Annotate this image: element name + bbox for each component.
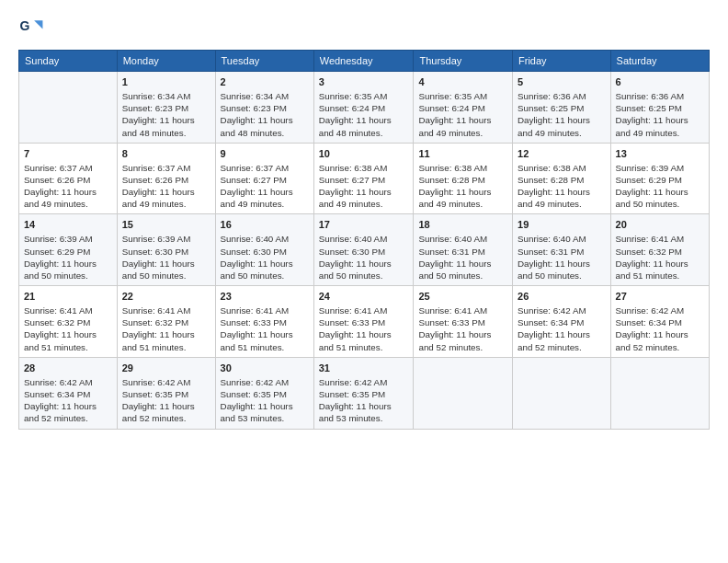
day-detail: Sunset: 6:30 PM xyxy=(221,246,309,258)
day-detail: Sunset: 6:33 PM xyxy=(221,316,309,328)
calendar-cell: 26Sunrise: 6:42 AMSunset: 6:34 PMDayligh… xyxy=(513,286,611,358)
day-number: 22 xyxy=(122,290,210,304)
svg-marker-1 xyxy=(34,20,42,29)
day-detail: Sunset: 6:32 PM xyxy=(122,316,210,328)
daylight-detail: Daylight: 11 hours and 50 minutes. xyxy=(319,258,409,282)
calendar-cell: 24Sunrise: 6:41 AMSunset: 6:33 PMDayligh… xyxy=(313,286,414,358)
calendar-cell: 15Sunrise: 6:39 AMSunset: 6:30 PMDayligh… xyxy=(117,214,215,286)
calendar-cell: 18Sunrise: 6:40 AMSunset: 6:31 PMDayligh… xyxy=(414,214,513,286)
day-number: 17 xyxy=(319,218,409,232)
day-detail: Sunrise: 6:37 AM xyxy=(221,162,309,174)
day-detail: Sunrise: 6:42 AM xyxy=(518,304,606,316)
day-detail: Sunset: 6:33 PM xyxy=(319,316,409,328)
daylight-detail: Daylight: 11 hours and 49 minutes. xyxy=(418,186,507,210)
calendar-cell: 7Sunrise: 6:37 AMSunset: 6:26 PMDaylight… xyxy=(19,143,118,214)
weekday-header: Sunday xyxy=(19,51,118,72)
day-detail: Sunset: 6:31 PM xyxy=(518,246,606,258)
daylight-detail: Daylight: 11 hours and 50 minutes. xyxy=(518,258,606,282)
calendar-header-row: SundayMondayTuesdayWednesdayThursdayFrid… xyxy=(19,51,710,72)
day-detail: Sunset: 6:34 PM xyxy=(616,316,704,328)
day-detail: Sunset: 6:30 PM xyxy=(319,246,409,258)
day-detail: Sunset: 6:35 PM xyxy=(319,388,409,400)
calendar-cell: 14Sunrise: 6:39 AMSunset: 6:29 PMDayligh… xyxy=(19,214,118,286)
day-detail: Sunrise: 6:39 AM xyxy=(24,233,112,245)
daylight-detail: Daylight: 11 hours and 50 minutes. xyxy=(122,258,210,282)
day-detail: Sunset: 6:32 PM xyxy=(616,246,704,258)
day-detail: Sunrise: 6:41 AM xyxy=(319,304,409,316)
day-detail: Sunrise: 6:39 AM xyxy=(616,162,704,174)
header: G xyxy=(18,15,710,40)
day-number: 8 xyxy=(122,147,210,161)
day-detail: Sunrise: 6:34 AM xyxy=(122,90,210,102)
day-detail: Sunrise: 6:40 AM xyxy=(418,233,507,245)
calendar-cell: 1Sunrise: 6:34 AMSunset: 6:23 PMDaylight… xyxy=(117,72,215,144)
day-detail: Sunrise: 6:41 AM xyxy=(418,304,507,316)
calendar-cell: 5Sunrise: 6:36 AMSunset: 6:25 PMDaylight… xyxy=(513,72,611,144)
daylight-detail: Daylight: 11 hours and 52 minutes. xyxy=(24,400,112,424)
day-detail: Sunset: 6:24 PM xyxy=(319,102,409,114)
day-detail: Sunrise: 6:36 AM xyxy=(518,90,606,102)
day-detail: Sunset: 6:32 PM xyxy=(24,316,112,328)
day-number: 30 xyxy=(221,362,309,375)
day-detail: Sunset: 6:26 PM xyxy=(24,174,112,186)
calendar-cell: 22Sunrise: 6:41 AMSunset: 6:32 PMDayligh… xyxy=(117,286,215,358)
day-number: 15 xyxy=(122,218,210,232)
page: G SundayMondayTuesdayWednesdayThursdayFr… xyxy=(0,0,728,563)
calendar-cell: 10Sunrise: 6:38 AMSunset: 6:27 PMDayligh… xyxy=(313,143,414,214)
day-detail: Sunrise: 6:37 AM xyxy=(122,162,210,174)
daylight-detail: Daylight: 11 hours and 49 minutes. xyxy=(518,186,606,210)
daylight-detail: Daylight: 11 hours and 48 minutes. xyxy=(122,114,210,138)
day-detail: Sunset: 6:29 PM xyxy=(616,174,704,186)
daylight-detail: Daylight: 11 hours and 49 minutes. xyxy=(616,114,704,138)
day-detail: Sunrise: 6:36 AM xyxy=(616,90,704,102)
day-detail: Sunrise: 6:42 AM xyxy=(616,304,704,316)
day-detail: Sunset: 6:31 PM xyxy=(418,246,507,258)
daylight-detail: Daylight: 11 hours and 50 minutes. xyxy=(616,186,704,210)
logo: G xyxy=(18,15,48,40)
daylight-detail: Daylight: 11 hours and 50 minutes. xyxy=(418,258,507,282)
svg-text:G: G xyxy=(20,18,30,33)
day-detail: Sunset: 6:27 PM xyxy=(221,174,309,186)
daylight-detail: Daylight: 11 hours and 49 minutes. xyxy=(221,186,309,210)
calendar-week-row: 28Sunrise: 6:42 AMSunset: 6:34 PMDayligh… xyxy=(19,357,710,429)
day-detail: Sunrise: 6:38 AM xyxy=(319,162,409,174)
day-detail: Sunset: 6:33 PM xyxy=(418,316,507,328)
daylight-detail: Daylight: 11 hours and 52 minutes. xyxy=(122,400,210,424)
day-number: 11 xyxy=(418,147,507,161)
weekday-header: Tuesday xyxy=(215,51,313,72)
calendar-week-row: 14Sunrise: 6:39 AMSunset: 6:29 PMDayligh… xyxy=(19,214,710,286)
daylight-detail: Daylight: 11 hours and 49 minutes. xyxy=(122,186,210,210)
day-detail: Sunrise: 6:40 AM xyxy=(518,233,606,245)
daylight-detail: Daylight: 11 hours and 48 minutes. xyxy=(221,114,309,138)
day-number: 5 xyxy=(518,75,606,89)
day-detail: Sunset: 6:34 PM xyxy=(518,316,606,328)
day-detail: Sunrise: 6:35 AM xyxy=(319,90,409,102)
daylight-detail: Daylight: 11 hours and 53 minutes. xyxy=(221,400,309,424)
calendar-cell: 30Sunrise: 6:42 AMSunset: 6:35 PMDayligh… xyxy=(215,357,313,429)
day-number: 13 xyxy=(616,147,704,161)
calendar-cell xyxy=(414,357,513,429)
day-detail: Sunset: 6:28 PM xyxy=(418,174,507,186)
calendar-cell: 9Sunrise: 6:37 AMSunset: 6:27 PMDaylight… xyxy=(215,143,313,214)
daylight-detail: Daylight: 11 hours and 49 minutes. xyxy=(518,114,606,138)
day-detail: Sunrise: 6:39 AM xyxy=(122,233,210,245)
daylight-detail: Daylight: 11 hours and 49 minutes. xyxy=(319,186,409,210)
calendar-table: SundayMondayTuesdayWednesdayThursdayFrid… xyxy=(18,50,710,430)
day-number: 1 xyxy=(122,75,210,89)
day-detail: Sunrise: 6:40 AM xyxy=(319,233,409,245)
calendar-cell: 16Sunrise: 6:40 AMSunset: 6:30 PMDayligh… xyxy=(215,214,313,286)
day-number: 27 xyxy=(616,290,704,304)
day-number: 21 xyxy=(24,290,112,304)
day-number: 29 xyxy=(122,362,210,375)
day-detail: Sunrise: 6:41 AM xyxy=(122,304,210,316)
calendar-cell: 28Sunrise: 6:42 AMSunset: 6:34 PMDayligh… xyxy=(19,357,118,429)
day-number: 19 xyxy=(518,218,606,232)
day-number: 3 xyxy=(319,75,409,89)
calendar-cell xyxy=(610,357,709,429)
day-number: 12 xyxy=(518,147,606,161)
daylight-detail: Daylight: 11 hours and 52 minutes. xyxy=(518,328,606,352)
daylight-detail: Daylight: 11 hours and 51 minutes. xyxy=(221,328,309,352)
day-detail: Sunrise: 6:38 AM xyxy=(518,162,606,174)
calendar-cell: 6Sunrise: 6:36 AMSunset: 6:25 PMDaylight… xyxy=(610,72,709,144)
day-number: 28 xyxy=(24,362,112,375)
